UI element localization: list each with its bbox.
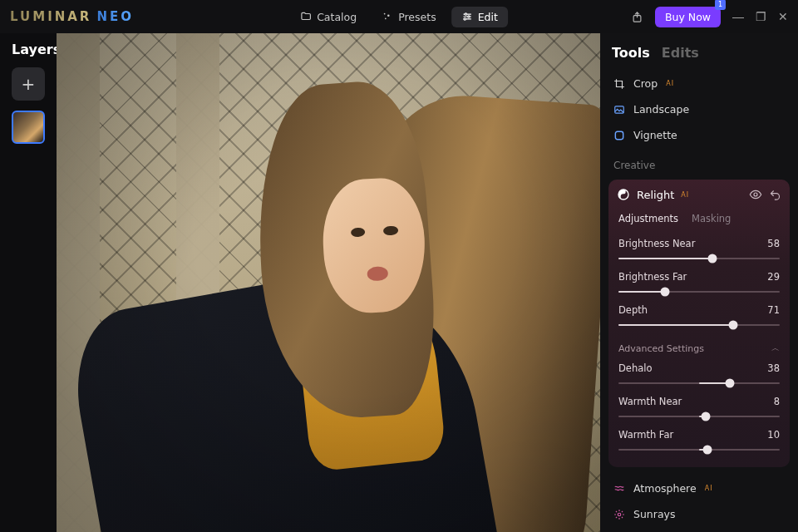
tool-vignette[interactable]: Vignette <box>608 122 790 148</box>
slider-track[interactable] <box>618 444 780 456</box>
svg-point-1 <box>387 15 390 17</box>
slider-label: Warmth Far <box>618 429 673 441</box>
slider-dehalo[interactable]: Dehalo38 <box>608 357 790 391</box>
vignette-icon <box>613 130 625 141</box>
buy-now-button[interactable]: Buy Now 1 <box>655 7 721 27</box>
folder-icon <box>300 11 312 22</box>
svg-point-2 <box>385 17 387 19</box>
section-creative: Creative <box>608 148 790 176</box>
buy-badge: 1 <box>715 0 726 10</box>
sliders-icon <box>461 11 473 22</box>
slider-value: 71 <box>767 304 780 316</box>
relight-header[interactable]: Relight AI <box>608 180 790 209</box>
subtab-masking[interactable]: Masking <box>692 213 731 224</box>
tool-vignette-label: Vignette <box>633 129 677 141</box>
tool-atmosphere-label: Atmosphere <box>633 482 697 495</box>
slider-track[interactable] <box>618 253 780 264</box>
slider-label: Depth <box>618 304 648 316</box>
slider-brightness-near[interactable]: Brightness Near58 <box>608 233 790 266</box>
tab-catalog-label: Catalog <box>317 11 357 23</box>
tool-landscape-label: Landscape <box>633 103 689 116</box>
svg-point-7 <box>467 16 469 17</box>
chevron-up-icon: ︿ <box>771 342 780 354</box>
slider-value: 38 <box>767 362 780 374</box>
relight-panel: Relight AI Adjustments Masking Brightnes… <box>608 180 790 467</box>
slider-track[interactable] <box>618 411 780 422</box>
slider-track[interactable] <box>618 286 780 298</box>
visibility-icon[interactable] <box>749 188 762 201</box>
slider-warmth-far[interactable]: Warmth Far10 <box>608 424 790 457</box>
right-tabs: Tools Edits <box>608 42 790 71</box>
tab-presets[interactable]: Presets <box>372 7 446 27</box>
add-layer-button[interactable]: + <box>12 67 45 101</box>
slider-thumb[interactable] <box>728 321 737 330</box>
slider-thumb[interactable] <box>707 254 717 264</box>
minimize-icon[interactable]: — <box>732 10 744 23</box>
advanced-settings-toggle[interactable]: Advanced Settings ︿ <box>608 332 790 357</box>
tab-catalog[interactable]: Catalog <box>290 7 367 27</box>
slider-value: 8 <box>774 396 780 407</box>
tool-atmosphere[interactable]: Atmosphere AI <box>608 475 790 501</box>
tool-landscape[interactable]: Landscape <box>608 96 790 122</box>
slider-brightness-far[interactable]: Brightness Far29 <box>608 266 790 299</box>
close-icon[interactable]: ✕ <box>778 10 788 23</box>
relight-icon <box>617 188 630 201</box>
advanced-settings-label: Advanced Settings <box>618 343 704 354</box>
slider-track[interactable] <box>618 377 780 389</box>
svg-point-14 <box>618 513 621 516</box>
slider-thumb[interactable] <box>702 446 712 455</box>
slider-track[interactable] <box>618 319 780 331</box>
tool-sunrays[interactable]: Sunrays <box>608 501 790 527</box>
tab-presets-label: Presets <box>398 11 436 23</box>
share-icon[interactable] <box>631 11 643 23</box>
layers-title: Layers <box>12 42 57 57</box>
slider-thumb[interactable] <box>725 379 734 388</box>
atmosphere-icon <box>613 483 625 495</box>
svg-rect-11 <box>615 131 623 139</box>
slider-value: 10 <box>767 429 780 441</box>
tab-edit[interactable]: Edit <box>451 7 508 27</box>
tab-tools[interactable]: Tools <box>612 45 650 61</box>
maximize-icon[interactable]: ❐ <box>756 10 766 23</box>
ai-badge: AI <box>666 80 674 87</box>
tools-panel: Tools Edits Crop AI Landscape Vignette C… <box>600 33 798 532</box>
tab-edits[interactable]: Edits <box>662 45 699 61</box>
layer-thumbnail[interactable] <box>12 111 45 144</box>
relight-title: Relight <box>637 189 674 201</box>
slider-label: Brightness Far <box>618 271 687 283</box>
slider-label: Brightness Near <box>618 238 695 249</box>
sunrays-icon <box>613 509 625 520</box>
svg-point-8 <box>464 18 466 20</box>
ai-badge: AI <box>705 485 713 492</box>
photo-canvas <box>57 33 600 532</box>
svg-point-13 <box>754 193 757 196</box>
subtab-adjustments[interactable]: Adjustments <box>618 213 678 224</box>
brand-word-1: LUMINAR <box>10 9 91 24</box>
undo-icon[interactable] <box>769 189 781 201</box>
buy-now-label: Buy Now <box>665 11 711 23</box>
slider-label: Warmth Near <box>618 396 682 407</box>
svg-point-0 <box>384 13 386 15</box>
brand-word-2: NEO <box>96 9 134 24</box>
crop-icon <box>613 78 625 90</box>
slider-label: Dehalo <box>618 362 653 374</box>
window-controls: Buy Now 1 — ❐ ✕ <box>631 7 788 27</box>
main-area: Layers + Tools Edits Crop <box>0 33 798 532</box>
ai-badge: AI <box>681 191 689 199</box>
slider-thumb[interactable] <box>661 288 670 297</box>
slider-thumb[interactable] <box>701 412 710 421</box>
layers-panel: Layers + <box>0 33 57 532</box>
svg-point-6 <box>465 13 466 15</box>
slider-value: 58 <box>767 238 780 249</box>
relight-subtabs: Adjustments Masking <box>608 209 790 233</box>
top-nav: Catalog Presets Edit <box>290 7 508 27</box>
sparkle-icon <box>382 11 393 22</box>
tool-sunrays-label: Sunrays <box>633 508 676 520</box>
tool-crop[interactable]: Crop AI <box>608 71 790 96</box>
slider-warmth-near[interactable]: Warmth Near8 <box>608 391 790 424</box>
canvas-area[interactable] <box>57 33 600 532</box>
slider-depth[interactable]: Depth71 <box>608 299 790 332</box>
photo-vignette <box>57 33 600 532</box>
slider-value: 29 <box>767 271 780 283</box>
landscape-icon <box>613 104 625 116</box>
